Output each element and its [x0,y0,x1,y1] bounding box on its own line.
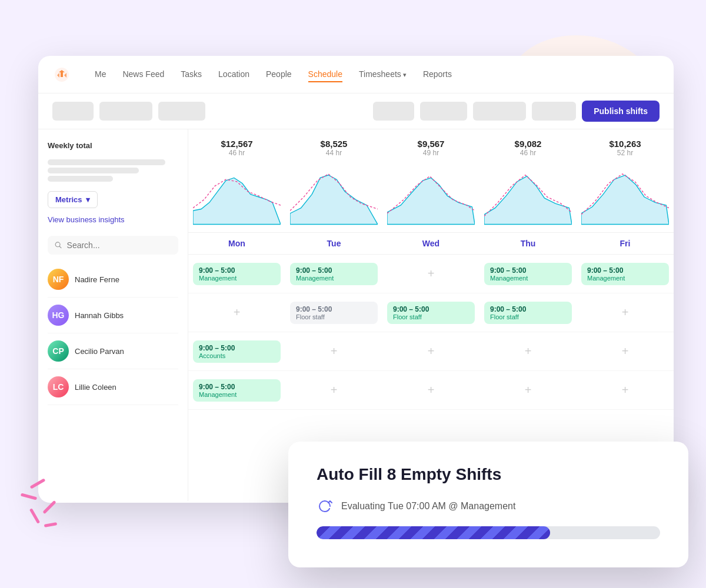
shift-cell-lillie-fri[interactable]: + [577,379,674,402]
avatar-nadire: NF [48,269,69,290]
add-shift-nadire-wed[interactable]: + [387,267,475,280]
toolbar-right-btn-2[interactable] [420,102,467,121]
day-header-mon[interactable]: Mon [188,233,285,254]
toolbar-right-btn-4[interactable] [532,102,576,121]
sidebar: Weekly total Metrics ▾ View business ins… [38,129,188,501]
shift-cell-lillie-tue[interactable]: + [285,379,382,402]
svg-marker-5 [484,176,572,225]
add-shift-lillie-tue[interactable]: + [290,383,378,397]
chart-hours-fri: 52 hr [617,149,633,157]
chart-hours-tue: 44 hr [326,149,342,157]
toolbar-right-btn-3[interactable] [473,102,526,121]
nav-item-location[interactable]: Location [218,67,249,82]
add-shift-cecilio-tue[interactable]: + [290,345,378,358]
shift-card-nadire-tue[interactable]: 9:00 – 5:00 Management [290,263,378,285]
logo-icon [52,65,71,84]
shift-cell-nadire-wed[interactable]: + [382,262,479,285]
add-shift-hannah-mon[interactable]: + [193,306,281,319]
metrics-button[interactable]: Metrics ▾ [48,191,98,208]
autofill-title: Auto Fill 8 Empty Shifts [317,465,660,484]
shift-dept: Floor staff [296,313,372,320]
shift-cell-lillie-mon[interactable]: 9:00 – 5:00 Management [188,375,285,406]
add-shift-hannah-fri[interactable]: + [581,306,669,319]
employee-row-cecilio: CP Cecilio Parvan [48,333,178,369]
nav-item-timesheets[interactable]: Timesheets [359,67,407,82]
shift-cell-cecilio-fri[interactable]: + [577,340,674,363]
shift-card-nadire-fri[interactable]: 9:00 – 5:00 Management [581,263,669,285]
shift-cell-nadire-mon[interactable]: 9:00 – 5:00 Management [188,258,285,290]
shift-cell-hannah-thu[interactable]: 9:00 – 5:00 Floor staff [479,297,577,329]
shift-cell-nadire-fri[interactable]: 9:00 – 5:00 Management [577,258,674,290]
nav-item-tasks[interactable]: Tasks [181,67,202,82]
shift-cell-cecilio-mon[interactable]: 9:00 – 5:00 Accounts [188,336,285,368]
search-box [48,236,178,255]
shift-card-lillie-mon[interactable]: 9:00 – 5:00 Management [193,379,281,402]
avatar-hannah: HG [48,305,69,326]
shift-time: 9:00 – 5:00 [296,305,372,313]
shift-card-nadire-thu[interactable]: 9:00 – 5:00 Management [484,263,572,285]
chart-svg-fri [581,162,669,232]
shift-cell-hannah-mon[interactable]: + [188,301,285,324]
day-header-fri[interactable]: Fri [577,233,674,254]
day-header-thu[interactable]: Thu [479,233,577,254]
view-insights-link[interactable]: View business insights [48,215,178,224]
search-input[interactable] [67,240,171,250]
employee-name-hannah: Hannah Gibbs [75,311,124,320]
add-shift-cecilio-fri[interactable]: + [581,345,669,358]
nav-item-people[interactable]: People [266,67,292,82]
employee-name-nadire: Nadire Ferne [75,275,119,284]
add-shift-lillie-thu[interactable]: + [484,383,572,397]
shift-time: 9:00 – 5:00 [296,266,372,275]
toolbar-btn-2[interactable] [99,102,152,121]
shift-time: 9:00 – 5:00 [490,266,566,275]
svg-marker-6 [581,175,669,225]
shift-card-hannah-tue[interactable]: 9:00 – 5:00 Floor staff [290,302,378,324]
autofill-status-text: Evaluating Tue 07:00 AM @ Management [341,501,515,512]
shift-cell-cecilio-wed[interactable]: + [382,340,479,363]
add-shift-cecilio-wed[interactable]: + [387,345,475,358]
toolbar-right-btn-1[interactable] [373,102,414,121]
add-shift-lillie-wed[interactable]: + [387,383,475,397]
nav-item-reports[interactable]: Reports [423,67,452,82]
nav-item-me[interactable]: Me [95,67,106,82]
autofill-status: Evaluating Tue 07:00 AM @ Management [317,498,660,514]
shift-dept: Management [490,275,566,282]
shift-dept: Management [587,275,663,282]
chart-svg-mon [193,162,281,232]
day-headers: Mon Tue Wed Thu Fri [188,233,674,255]
svg-marker-3 [290,175,378,225]
shift-cell-cecilio-tue[interactable]: + [285,340,382,363]
toolbar-btn-1[interactable] [52,102,94,121]
nav-items: Me News Feed Tasks Location People Sched… [95,67,660,82]
shift-card-hannah-wed[interactable]: 9:00 – 5:00 Floor staff [387,302,475,324]
day-header-tue[interactable]: Tue [285,233,382,254]
shift-cell-nadire-thu[interactable]: 9:00 – 5:00 Management [479,258,577,290]
shift-cell-nadire-tue[interactable]: 9:00 – 5:00 Management [285,258,382,290]
toolbar-btn-3[interactable] [158,102,205,121]
publish-shifts-button[interactable]: Publish shifts [582,101,660,122]
shift-cell-lillie-wed[interactable]: + [382,379,479,402]
add-shift-lillie-fri[interactable]: + [581,383,669,397]
day-header-wed[interactable]: Wed [382,233,479,254]
shift-cell-hannah-fri[interactable]: + [577,301,674,324]
chart-hours-wed: 49 hr [423,149,439,157]
chart-hours-thu: 46 hr [520,149,536,157]
shift-cell-hannah-tue[interactable]: 9:00 – 5:00 Floor staff [285,297,382,329]
add-shift-cecilio-thu[interactable]: + [484,345,572,358]
nav-item-schedule[interactable]: Schedule [308,67,342,82]
shift-time: 9:00 – 5:00 [199,344,275,352]
shift-card-hannah-thu[interactable]: 9:00 – 5:00 Floor staff [484,302,572,324]
shift-card-nadire-mon[interactable]: 9:00 – 5:00 Management [193,263,281,285]
shift-cell-lillie-thu[interactable]: + [479,379,577,402]
shift-dept: Management [199,275,275,282]
shift-row-hannah: + 9:00 – 5:00 Floor staff 9:00 – 5:00 Fl… [188,293,674,332]
shift-cell-cecilio-thu[interactable]: + [479,340,577,363]
shift-cell-hannah-wed[interactable]: 9:00 – 5:00 Floor staff [382,297,479,329]
chart-svg-tue [290,162,378,232]
toolbar-right: Publish shifts [373,101,660,122]
avatar-cecilio: CP [48,340,69,362]
shift-card-cecilio-mon[interactable]: 9:00 – 5:00 Accounts [193,340,281,363]
sidebar-skeleton [48,157,178,184]
search-icon [55,241,62,249]
nav-item-news-feed[interactable]: News Feed [122,67,164,82]
